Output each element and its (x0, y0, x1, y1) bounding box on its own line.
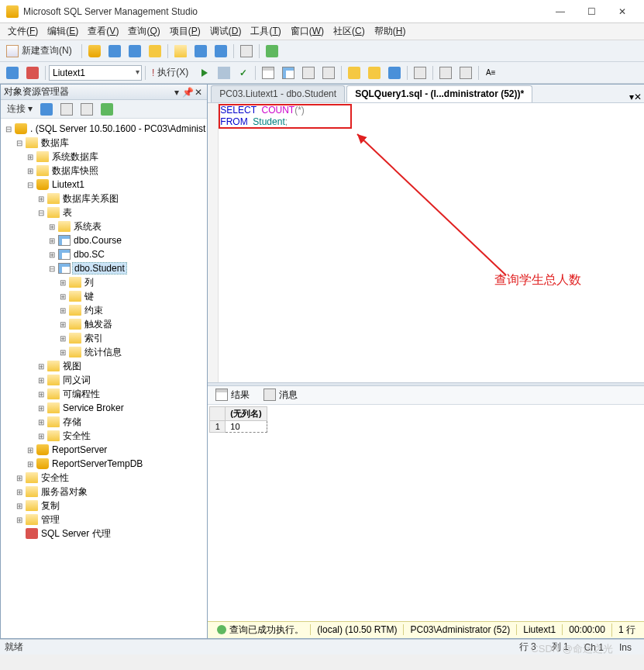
tb-btn-4[interactable] (146, 43, 164, 60)
tb-change-conn[interactable] (3, 64, 22, 81)
tree-snapshots[interactable]: ⊞数据库快照 (4, 164, 207, 178)
tree-db-liutext1[interactable]: ⊟Liutext1 (4, 178, 207, 192)
tb-q6[interactable] (365, 64, 384, 81)
minimize-button[interactable]: — (545, 2, 576, 21)
tb-btn-3[interactable] (126, 43, 144, 60)
tb-q1[interactable] (259, 64, 277, 81)
titlebar: Microsoft SQL Server Management Studio —… (0, 0, 644, 23)
menu-file[interactable]: 文件(F) (3, 23, 43, 40)
tb-q7[interactable] (385, 64, 404, 81)
oe-btn-1[interactable] (37, 101, 56, 118)
tree-security[interactable]: ⊞安全性 (4, 429, 207, 443)
oe-btn-2[interactable] (57, 101, 76, 118)
tree-diagrams[interactable]: ⊞数据库关系图 (4, 192, 207, 205)
text-icon (302, 67, 315, 79)
tree-triggers[interactable]: ⊞触发器 (4, 317, 207, 331)
parse-button[interactable]: ✓ (235, 64, 252, 81)
tree-statistics[interactable]: ⊞统计信息 (4, 345, 207, 359)
menu-window[interactable]: 窗口(W) (286, 23, 329, 40)
tb-open[interactable] (171, 43, 190, 60)
tree-sqlagent[interactable]: SQL Server 代理 (4, 527, 207, 540)
dropdown-icon[interactable]: ▾ (171, 87, 182, 98)
tree-servicebroker[interactable]: ⊞Service Broker (4, 401, 207, 415)
tb-q5[interactable] (345, 64, 363, 81)
menu-help[interactable]: 帮助(H) (370, 23, 411, 40)
icon-blue2 (129, 45, 141, 57)
tree-views[interactable]: ⊞视图 (4, 359, 207, 373)
connect-button[interactable]: 连接 ▾ (4, 102, 36, 116)
menu-community[interactable]: 社区(C) (329, 23, 370, 40)
tb-indent-out[interactable] (436, 64, 455, 81)
tab-table-designer[interactable]: PC03.Liutext1 - dbo.Student (211, 85, 345, 102)
sql-text[interactable]: SELECT COUNT(*) FROM Student; (220, 105, 304, 128)
tb-activity[interactable] (237, 43, 256, 60)
tree-management[interactable]: ⊞管理 (4, 513, 207, 527)
menu-view[interactable]: 查看(V) (83, 23, 123, 40)
tb-q2[interactable] (279, 64, 298, 81)
tb-q3[interactable] (299, 64, 318, 81)
oe-btn-4[interactable] (98, 101, 116, 118)
messages-tab[interactable]: 消息 (259, 387, 302, 403)
execute-button[interactable]: !执行(X) (149, 64, 195, 81)
new-query-button[interactable]: 新建查询(N) (3, 43, 78, 60)
tb-disconn[interactable] (23, 64, 42, 81)
tab-sqlquery[interactable]: SQLQuery1.sql - (l...dministrator (52))* (346, 85, 532, 102)
menu-query[interactable]: 查询(Q) (123, 23, 164, 40)
tb-saveall[interactable] (212, 43, 230, 60)
stop-button[interactable] (215, 64, 233, 81)
pin-icon[interactable]: 📌 (182, 87, 193, 98)
result-value[interactable]: 10 (226, 420, 267, 432)
menu-project[interactable]: 项目(P) (165, 23, 205, 40)
tree-table-course[interactable]: ⊞dbo.Course (4, 233, 207, 247)
tab-close-icon[interactable]: ✕ (634, 92, 642, 102)
object-tree[interactable]: ⊟. (SQL Server 10.50.1600 - PC03\Adminis… (1, 119, 207, 638)
menu-edit[interactable]: 编辑(E) (43, 23, 83, 40)
list-icon (240, 45, 253, 57)
oe-btn-3[interactable] (77, 101, 96, 118)
tree-serverobjects[interactable]: ⊞服务器对象 (4, 485, 207, 499)
results-tab[interactable]: 结果 (211, 387, 254, 403)
object-explorer: 对象资源管理器 ▾ 📌 ✕ 连接 ▾ ⊟. (SQL Server 10.50.… (0, 84, 208, 639)
tree-security-server[interactable]: ⊞安全性 (4, 471, 207, 485)
tree-reportservertmp[interactable]: ⊞ReportServerTempDB (4, 457, 207, 471)
tree-sysdb[interactable]: ⊞系统数据库 (4, 150, 207, 164)
tree-constraints[interactable]: ⊞约束 (4, 303, 207, 317)
tree-keys[interactable]: ⊞键 (4, 289, 207, 303)
tb-indent-in[interactable] (456, 64, 475, 81)
tree-table-student[interactable]: ⊟dbo.Student (4, 261, 207, 275)
window-title: Microsoft SQL Server Management Studio (23, 6, 545, 17)
tree-server[interactable]: ⊟. (SQL Server 10.50.1600 - PC03\Adminis… (4, 122, 207, 136)
close-button[interactable]: ✕ (607, 2, 638, 21)
menu-debug[interactable]: 调试(D) (205, 23, 246, 40)
debug-button[interactable] (196, 64, 213, 81)
tb-comment[interactable] (411, 64, 429, 81)
tb-btn-2[interactable] (105, 43, 124, 60)
results-grid[interactable]: (无列名) 110 (208, 405, 644, 621)
svg-line-0 (357, 134, 506, 275)
tb-q4[interactable] (319, 64, 338, 81)
tree-indexes[interactable]: ⊞索引 (4, 331, 207, 345)
close-panel-icon[interactable]: ✕ (193, 87, 204, 98)
menu-tools[interactable]: 工具(T) (246, 23, 285, 40)
tree-programmability[interactable]: ⊞可编程性 (4, 387, 207, 401)
sql-editor[interactable]: SELECT COUNT(*) FROM Student; 查询学生总人数 (208, 103, 644, 382)
db-icon (88, 45, 101, 57)
status-ch: Ch 1 (577, 642, 611, 653)
tb-specify[interactable]: A≡ (482, 64, 499, 81)
tree-replication[interactable]: ⊞复制 (4, 499, 207, 513)
tree-systables[interactable]: ⊞系统表 (4, 219, 207, 233)
tree-databases[interactable]: ⊟数据库 (4, 136, 207, 150)
tree-table-sc[interactable]: ⊞dbo.SC (4, 247, 207, 261)
status-col: 列 1 (544, 641, 577, 654)
tree-columns[interactable]: ⊞列 (4, 275, 207, 289)
tb-reg[interactable] (263, 43, 281, 60)
tree-synonyms[interactable]: ⊞同义词 (4, 373, 207, 387)
tree-storage[interactable]: ⊞存储 (4, 415, 207, 429)
tb-btn-1[interactable] (85, 43, 104, 60)
filter2-icon (81, 103, 93, 116)
tree-tables[interactable]: ⊟表 (4, 205, 207, 219)
database-combo[interactable]: Liutext1 (49, 65, 142, 81)
maximize-button[interactable]: ☐ (576, 2, 607, 21)
tree-reportserver[interactable]: ⊞ReportServer (4, 443, 207, 457)
tb-save[interactable] (191, 43, 210, 60)
